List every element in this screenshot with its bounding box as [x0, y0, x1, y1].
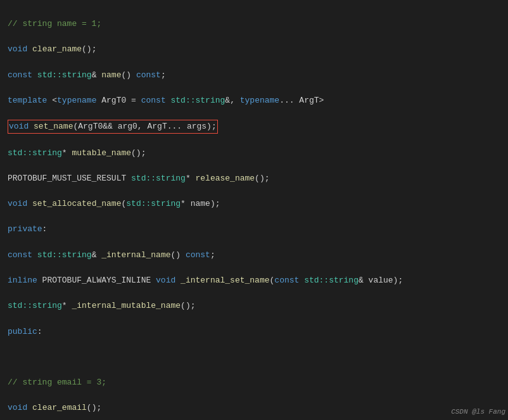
code-line-1: // string name = 1; — [8, 18, 500, 30]
code-line-4: template <typename ArgT0 = const std::st… — [8, 94, 500, 107]
code-line-7: PROTOBUF_MUST_USE_RESULT std::string* re… — [8, 172, 500, 185]
code-line-9: private: — [8, 223, 500, 236]
code-line-12: std::string* _internal_mutable_name(); — [8, 300, 500, 312]
code-line-2: void clear_name(); — [8, 43, 500, 56]
code-line-15: void clear_email(); — [8, 402, 500, 414]
code-line-3: const std::string& name() const; — [8, 69, 500, 82]
code-display: // string name = 1; void clear_name(); c… — [8, 5, 500, 420]
code-line-5: void set_name(ArgT0&& arg0, ArgT... args… — [8, 120, 500, 134]
code-line-blank1 — [8, 351, 500, 364]
code-line-10: const std::string& _internal_name() cons… — [8, 249, 500, 262]
code-line-14: // string email = 3; — [8, 376, 500, 389]
code-line-8: void set_allocated_name(std::string* nam… — [8, 198, 500, 210]
code-line-6: std::string* mutable_name(); — [8, 147, 500, 160]
code-line-13: public: — [8, 326, 500, 338]
code-line-11: inline PROTOBUF_ALWAYS_INLINE void _inte… — [8, 274, 500, 287]
watermark-text: CSDN @ls Fang — [451, 407, 505, 417]
